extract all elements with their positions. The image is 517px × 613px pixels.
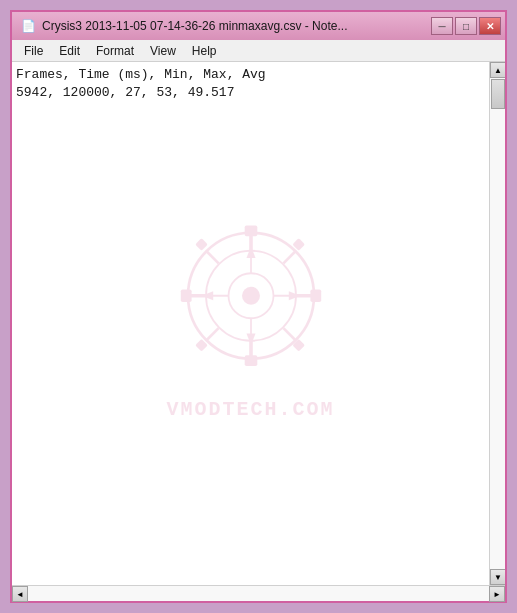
svg-point-3 bbox=[242, 286, 260, 304]
content-line-2: 5942, 120000, 27, 53, 49.517 bbox=[16, 84, 485, 102]
svg-point-1 bbox=[206, 250, 296, 340]
svg-marker-26 bbox=[201, 291, 213, 300]
svg-rect-15 bbox=[310, 289, 321, 302]
watermark: VMODTECH.COM bbox=[161, 205, 341, 420]
svg-line-10 bbox=[283, 250, 296, 263]
minimize-button[interactable]: ─ bbox=[431, 17, 453, 35]
svg-rect-14 bbox=[180, 289, 191, 302]
svg-point-2 bbox=[228, 273, 273, 318]
content-area: VMODTECH.COM Frames, Time (ms), Min, Max… bbox=[12, 62, 505, 585]
svg-rect-12 bbox=[244, 225, 257, 236]
scroll-track[interactable] bbox=[490, 78, 505, 569]
window-title: Crysis3 2013-11-05 07-14-36-26 minmaxavg… bbox=[42, 19, 347, 33]
svg-rect-18 bbox=[195, 338, 208, 351]
scroll-left-button[interactable]: ◄ bbox=[12, 586, 28, 602]
svg-marker-24 bbox=[246, 246, 255, 258]
notepad-window: 📄 Crysis3 2013-11-05 07-14-36-26 minmaxa… bbox=[10, 10, 507, 603]
svg-line-9 bbox=[283, 328, 296, 341]
menu-view[interactable]: View bbox=[142, 41, 184, 61]
svg-rect-17 bbox=[292, 238, 305, 251]
svg-line-8 bbox=[206, 250, 219, 263]
svg-point-0 bbox=[188, 232, 314, 358]
text-editor[interactable]: VMODTECH.COM Frames, Time (ms), Min, Max… bbox=[12, 62, 489, 585]
vertical-scrollbar: ▲ ▼ bbox=[489, 62, 505, 585]
svg-line-11 bbox=[206, 328, 219, 341]
h-scroll-track[interactable] bbox=[28, 586, 489, 601]
content-line-1: Frames, Time (ms), Min, Max, Avg bbox=[16, 66, 485, 84]
title-bar-left: 📄 Crysis3 2013-11-05 07-14-36-26 minmaxa… bbox=[20, 18, 347, 34]
title-buttons: ─ □ ✕ bbox=[431, 17, 501, 35]
title-bar: 📄 Crysis3 2013-11-05 07-14-36-26 minmaxa… bbox=[12, 12, 505, 40]
menu-edit[interactable]: Edit bbox=[51, 41, 88, 61]
scroll-right-button[interactable]: ► bbox=[489, 586, 505, 602]
svg-marker-27 bbox=[288, 291, 300, 300]
horizontal-scrollbar: ◄ ► bbox=[12, 585, 505, 601]
app-icon: 📄 bbox=[20, 18, 36, 34]
close-button[interactable]: ✕ bbox=[479, 17, 501, 35]
scroll-up-button[interactable]: ▲ bbox=[490, 62, 505, 78]
svg-rect-16 bbox=[195, 238, 208, 251]
menu-format[interactable]: Format bbox=[88, 41, 142, 61]
scroll-thumb[interactable] bbox=[491, 79, 505, 109]
svg-rect-19 bbox=[292, 338, 305, 351]
svg-marker-25 bbox=[246, 333, 255, 345]
menu-help[interactable]: Help bbox=[184, 41, 225, 61]
svg-rect-13 bbox=[244, 355, 257, 366]
scroll-down-button[interactable]: ▼ bbox=[490, 569, 505, 585]
menu-file[interactable]: File bbox=[16, 41, 51, 61]
file-content: Frames, Time (ms), Min, Max, Avg 5942, 1… bbox=[16, 66, 485, 102]
watermark-text: VMODTECH.COM bbox=[161, 397, 341, 420]
maximize-button[interactable]: □ bbox=[455, 17, 477, 35]
menu-bar: File Edit Format View Help bbox=[12, 40, 505, 62]
